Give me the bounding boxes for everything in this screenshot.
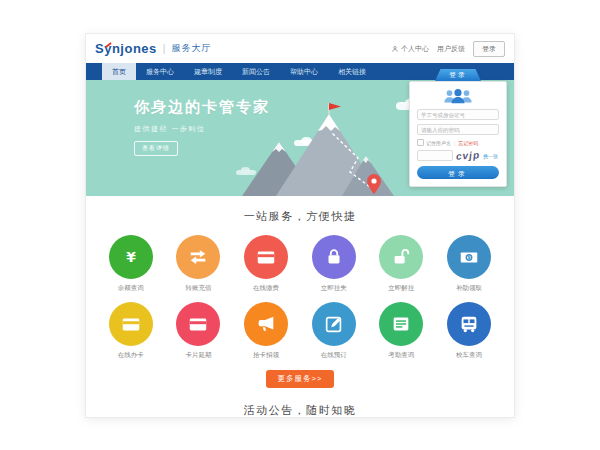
bus-icon[interactable] (447, 302, 491, 346)
service-item[interactable]: 考勤查询 (368, 302, 436, 360)
person-icon (391, 45, 399, 53)
brand-divider: | (163, 43, 166, 54)
hero-subtitle: 提供捷径 一步到位 (134, 124, 270, 134)
service-item[interactable]: 转账充值 (165, 235, 233, 293)
card-icon[interactable] (244, 235, 288, 279)
service-label: 在线缴费 (232, 284, 300, 293)
user-feedback-link[interactable]: 用户反馈 (437, 44, 465, 54)
service-label: 在线办卡 (97, 351, 165, 360)
edit-icon[interactable] (312, 302, 356, 346)
lock-icon[interactable] (312, 235, 356, 279)
service-item[interactable]: 立即解挂 (368, 235, 436, 293)
service-item[interactable]: ¥余额查询 (97, 235, 165, 293)
remember-checkbox[interactable] (417, 139, 424, 146)
service-label: 立即解挂 (368, 284, 436, 293)
forgot-password-link[interactable]: 忘记密码 (458, 140, 478, 146)
header: Synjones | 服务大厅 个人中心 用户反馈 登录 (86, 34, 514, 63)
service-label: 校车查询 (435, 351, 503, 360)
more-services-button[interactable]: 更多服务>> (266, 370, 334, 388)
yuan-icon[interactable]: ¥ (109, 235, 153, 279)
service-item[interactable]: 在线缴费 (232, 235, 300, 293)
service-item[interactable]: 在线办卡 (97, 302, 165, 360)
header-links: 个人中心 用户反馈 登录 (391, 41, 505, 57)
users-icon (440, 88, 476, 105)
username-input[interactable] (417, 109, 499, 120)
services-title: 一站服务，方便快捷 (86, 209, 514, 224)
banknote-icon[interactable]: $ (447, 235, 491, 279)
card-icon[interactable] (109, 302, 153, 346)
card-icon[interactable] (176, 302, 220, 346)
login-submit-button[interactable]: 登录 (417, 166, 499, 179)
brand[interactable]: Synjones | 服务大厅 (95, 41, 211, 56)
megaphone-icon[interactable] (244, 302, 288, 346)
list-icon[interactable] (379, 302, 423, 346)
nav-item-service-center[interactable]: 服务中心 (136, 63, 184, 80)
service-label: 在线预订 (300, 351, 368, 360)
captcha-refresh-link[interactable]: 换一张 (483, 153, 498, 159)
unlock-icon[interactable] (379, 235, 423, 279)
nav-item-rules[interactable]: 规章制度 (184, 63, 232, 80)
service-item[interactable]: $补助领取 (435, 235, 503, 293)
service-label: 转账充值 (165, 284, 233, 293)
svg-text:$: $ (467, 254, 471, 260)
service-label: 考勤查询 (368, 351, 436, 360)
service-item[interactable]: 在线预订 (300, 302, 368, 360)
header-login-button[interactable]: 登录 (473, 41, 505, 57)
service-label: 补助领取 (435, 284, 503, 293)
service-label: 卡片延期 (165, 351, 233, 360)
service-item[interactable]: 卡片延期 (165, 302, 233, 360)
site-page: Synjones | 服务大厅 个人中心 用户反馈 登录 首页 服务中心 规章制… (85, 33, 515, 418)
service-label: 余额查询 (97, 284, 165, 293)
hero-title: 你身边的卡管专家 (134, 98, 270, 117)
captcha-input[interactable] (417, 150, 453, 161)
password-input[interactable] (417, 124, 499, 135)
service-label: 拾卡招领 (232, 351, 300, 360)
nav-item-home[interactable]: 首页 (102, 63, 136, 80)
login-tab[interactable]: 登录 (435, 69, 481, 81)
hero-cta-button[interactable]: 查看详情 (134, 141, 178, 156)
captcha-image: cvjp (456, 149, 481, 162)
site-name: 服务大厅 (171, 42, 211, 55)
login-form: 记住用户名 | 忘记密码 cvjp 换一张 登录 (409, 81, 507, 187)
service-item[interactable]: 拾卡招领 (232, 302, 300, 360)
remember-label: 记住用户名 (426, 140, 451, 146)
transfer-icon[interactable] (176, 235, 220, 279)
personal-center-link[interactable]: 个人中心 (391, 44, 429, 54)
nav-item-links[interactable]: 相关链接 (328, 63, 376, 80)
announcements-title: 活动公告，随时知晓 (86, 403, 514, 418)
service-item[interactable]: 立即挂失 (300, 235, 368, 293)
captcha-row: cvjp 换一张 (417, 150, 499, 161)
svg-text:¥: ¥ (126, 249, 136, 265)
login-panel: 登录 记住用户名 | 忘记密码 cvjp (409, 69, 507, 187)
logo[interactable]: Synjones (95, 41, 157, 56)
nav-item-news[interactable]: 新闻公告 (232, 63, 280, 80)
nav-item-help[interactable]: 帮助中心 (280, 63, 328, 80)
service-item[interactable]: 校车查询 (435, 302, 503, 360)
service-label: 立即挂失 (300, 284, 368, 293)
services-grid: ¥余额查询转账充值在线缴费立即挂失立即解挂$补助领取在线办卡卡片延期拾卡招领在线… (97, 235, 503, 369)
hero-text: 你身边的卡管专家 提供捷径 一步到位 查看详情 (134, 98, 270, 156)
remember-row: 记住用户名 | 忘记密码 (417, 139, 499, 146)
